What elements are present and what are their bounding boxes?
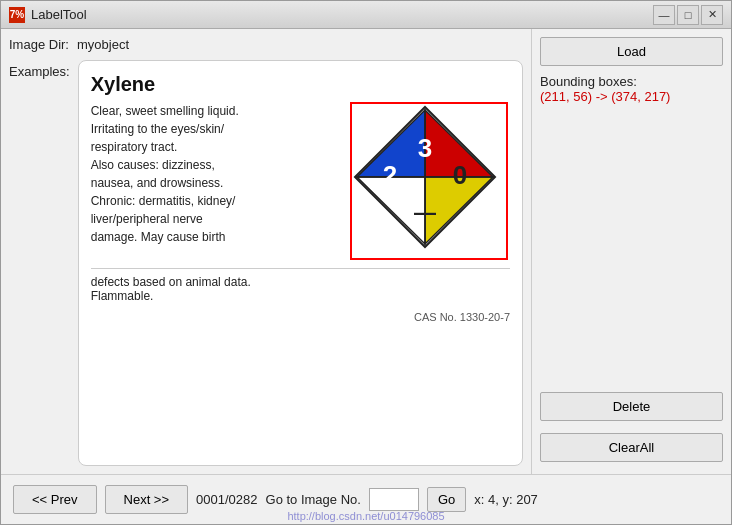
card-title: Xylene xyxy=(91,73,510,96)
bounding-boxes-label: Bounding boxes: xyxy=(540,74,723,89)
bounding-boxes-section: Bounding boxes: (211, 56) -> (374, 217) xyxy=(540,74,723,104)
image-dir-label: Image Dir: xyxy=(9,37,69,52)
nfpa-diamond-svg: 3 2 0 — xyxy=(350,102,500,252)
image-card: Xylene Clear, sweet smelling liquid. Irr… xyxy=(78,60,523,466)
image-dir-row: Image Dir: myobject xyxy=(9,37,523,52)
card-body: Clear, sweet smelling liquid. Irritating… xyxy=(91,102,510,262)
bottom-bar: << Prev Next >> 0001/0282 Go to Image No… xyxy=(1,474,731,524)
bottom-text-line2: Flammable. xyxy=(91,289,154,303)
goto-label: Go to Image No. xyxy=(266,492,361,507)
prev-button[interactable]: << Prev xyxy=(13,485,97,514)
right-panel: Load Bounding boxes: (211, 56) -> (374, … xyxy=(531,29,731,474)
app-icon: 7% xyxy=(9,7,25,23)
card-bottom-text: defects based on animal data. Flammable. xyxy=(91,275,510,303)
right-spacer xyxy=(540,112,723,384)
next-button[interactable]: Next >> xyxy=(105,485,189,514)
card-divider xyxy=(91,268,510,269)
svg-text:2: 2 xyxy=(383,160,397,190)
examples-area: Examples: Xylene Clear, sweet smelling l… xyxy=(9,60,523,466)
image-dir-value: myobject xyxy=(77,37,129,52)
delete-button[interactable]: Delete xyxy=(540,392,723,421)
examples-label: Examples: xyxy=(9,60,70,466)
title-bar-left: 7% LabelTool xyxy=(9,7,87,23)
card-description: Clear, sweet smelling liquid. Irritating… xyxy=(91,102,342,246)
title-bar: 7% LabelTool — □ ✕ xyxy=(1,1,731,29)
bottom-text-line1: defects based on animal data. xyxy=(91,275,251,289)
go-button[interactable]: Go xyxy=(427,487,466,512)
coords-display: x: 4, y: 207 xyxy=(474,492,538,507)
image-counter: 0001/0282 xyxy=(196,492,257,507)
bbox-value: (211, 56) -> (374, 217) xyxy=(540,89,723,104)
minimize-button[interactable]: — xyxy=(653,5,675,25)
goto-input[interactable] xyxy=(369,488,419,511)
maximize-button[interactable]: □ xyxy=(677,5,699,25)
clearall-button[interactable]: ClearAll xyxy=(540,433,723,462)
main-window: 7% LabelTool — □ ✕ Image Dir: myobject E… xyxy=(0,0,732,525)
content-area: Image Dir: myobject Examples: Xylene Cle… xyxy=(1,29,731,474)
load-button[interactable]: Load xyxy=(540,37,723,66)
card-text-block: Clear, sweet smelling liquid. Irritating… xyxy=(91,102,342,262)
window-title: LabelTool xyxy=(31,7,87,22)
nfpa-area: 3 2 0 — xyxy=(350,102,510,262)
close-button[interactable]: ✕ xyxy=(701,5,723,25)
window-controls: — □ ✕ xyxy=(653,5,723,25)
cas-number: CAS No. 1330-20-7 xyxy=(91,311,510,323)
svg-text:0: 0 xyxy=(453,160,467,190)
svg-text:—: — xyxy=(414,200,436,225)
svg-text:3: 3 xyxy=(418,133,432,163)
left-panel: Image Dir: myobject Examples: Xylene Cle… xyxy=(1,29,531,474)
